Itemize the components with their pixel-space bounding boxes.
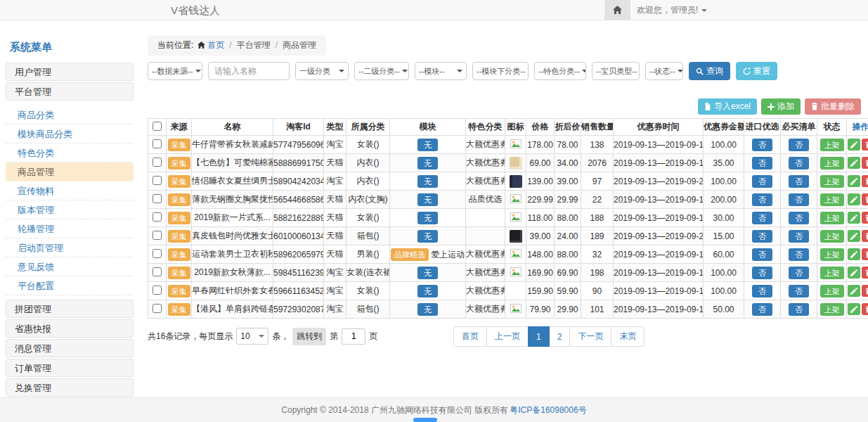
must-buy-toggle[interactable]: 否 <box>789 157 809 170</box>
sidebar-group-platform-management[interactable]: 平台管理 <box>6 82 134 101</box>
edit-button[interactable] <box>848 248 860 260</box>
must-buy-toggle[interactable]: 否 <box>789 139 809 151</box>
module-badge[interactable]: 无 <box>417 157 438 170</box>
sidebar-item-module-commodity-category[interactable]: 模块商品分类 <box>6 124 134 143</box>
status-badge[interactable]: 上架 <box>820 248 844 261</box>
module-badge[interactable]: 品牌精选 <box>391 248 429 261</box>
data-source-select[interactable]: --数据来源-- <box>148 62 202 80</box>
item-type-select[interactable]: --宝贝类型-- <box>592 62 640 80</box>
module-badge[interactable]: 无 <box>417 303 438 316</box>
edit-button[interactable] <box>848 230 860 242</box>
must-buy-toggle[interactable]: 否 <box>789 175 809 188</box>
module-select[interactable]: --模块-- <box>415 62 467 80</box>
home-nav-button[interactable] <box>604 0 630 20</box>
import-select-toggle[interactable]: 否 <box>752 285 772 298</box>
row-checkbox[interactable] <box>153 286 162 295</box>
first-page-button[interactable]: 首页 <box>453 326 487 347</box>
sidebar-item-featured-category[interactable]: 特色分类 <box>6 143 134 162</box>
user-menu[interactable]: 欢迎您，管理员! <box>637 0 707 20</box>
row-checkbox[interactable] <box>153 158 162 167</box>
delete-button[interactable] <box>862 285 868 297</box>
module-badge[interactable]: 无 <box>417 267 438 279</box>
row-checkbox[interactable] <box>153 139 162 148</box>
import-select-toggle[interactable]: 否 <box>752 303 772 316</box>
import-excel-button[interactable]: 导入excel <box>698 98 757 115</box>
must-buy-toggle[interactable]: 否 <box>789 248 809 261</box>
sidebar-item-feedback[interactable]: 意见反馈 <box>6 257 134 276</box>
jump-page-input[interactable] <box>342 328 365 345</box>
prev-page-button[interactable]: 上一页 <box>486 326 529 347</box>
module-badge[interactable]: 无 <box>417 285 438 298</box>
delete-button[interactable] <box>862 139 868 151</box>
must-buy-toggle[interactable]: 否 <box>789 267 809 279</box>
jump-button[interactable]: 跳转到 <box>292 328 326 345</box>
batch-delete-button[interactable]: 批量删除 <box>805 98 861 115</box>
name-search-input[interactable] <box>208 62 290 80</box>
must-buy-toggle[interactable]: 否 <box>789 230 809 243</box>
row-checkbox[interactable] <box>153 231 162 240</box>
module-badge[interactable]: 无 <box>417 175 438 188</box>
row-checkbox[interactable] <box>153 212 162 222</box>
edit-button[interactable] <box>848 285 860 297</box>
query-button[interactable]: 查询 <box>689 62 730 80</box>
page-1-button[interactable]: 1 <box>528 326 550 347</box>
featured-category-select[interactable]: --特色分类-- <box>534 62 586 80</box>
row-checkbox[interactable] <box>153 176 162 185</box>
page-size-select[interactable]: 10 <box>236 328 268 345</box>
edit-button[interactable] <box>848 139 860 151</box>
edit-button[interactable] <box>848 193 860 205</box>
edit-button[interactable] <box>848 212 860 224</box>
status-badge[interactable]: 上架 <box>820 267 844 279</box>
status-badge[interactable]: 上架 <box>820 139 844 151</box>
status-badge[interactable]: 上架 <box>820 157 844 170</box>
sidebar-item-carousel-management[interactable]: 轮播管理 <box>6 219 134 238</box>
edit-button[interactable] <box>848 303 860 315</box>
select-all-checkbox[interactable] <box>153 122 162 131</box>
sidebar-group-message-management[interactable]: 消息管理 <box>6 339 134 357</box>
row-checkbox[interactable] <box>153 249 162 258</box>
module-badge[interactable]: 无 <box>417 139 438 151</box>
page-2-button[interactable]: 2 <box>549 326 571 347</box>
module-badge[interactable]: 无 <box>417 193 438 206</box>
breadcrumb-home-link[interactable]: 首页 <box>207 40 224 50</box>
module-badge[interactable]: 无 <box>417 212 438 224</box>
status-badge[interactable]: 上架 <box>820 285 844 298</box>
must-buy-toggle[interactable]: 否 <box>789 285 809 298</box>
last-page-button[interactable]: 末页 <box>611 326 644 347</box>
status-badge[interactable]: 上架 <box>820 175 844 188</box>
import-select-toggle[interactable]: 否 <box>752 175 772 188</box>
row-checkbox[interactable] <box>153 304 162 313</box>
sidebar-item-platform-config[interactable]: 平台配置 <box>6 276 134 295</box>
edit-button[interactable] <box>848 157 860 169</box>
edit-button[interactable] <box>848 175 860 187</box>
row-checkbox[interactable] <box>153 194 162 203</box>
import-select-toggle[interactable]: 否 <box>752 139 772 151</box>
sidebar-item-version-management[interactable]: 版本管理 <box>6 200 134 219</box>
status-badge[interactable]: 上架 <box>820 230 844 243</box>
level1-category-select[interactable]: 一级分类 <box>295 62 349 80</box>
reset-button[interactable]: 重置 <box>736 62 777 80</box>
import-select-toggle[interactable]: 否 <box>752 248 772 261</box>
must-buy-toggle[interactable]: 否 <box>789 193 809 206</box>
status-badge[interactable]: 上架 <box>820 303 844 316</box>
horizontal-scrollbar-thumb[interactable] <box>413 418 437 422</box>
status-badge[interactable]: 上架 <box>820 212 844 224</box>
delete-button[interactable] <box>862 248 868 260</box>
import-select-toggle[interactable]: 否 <box>752 157 772 170</box>
delete-button[interactable] <box>862 157 868 169</box>
sidebar-item-commodity-management[interactable]: 商品管理 <box>6 162 134 181</box>
must-buy-toggle[interactable]: 否 <box>789 212 809 224</box>
sidebar-group-group-buying[interactable]: 拼团管理 <box>6 300 134 318</box>
import-select-toggle[interactable]: 否 <box>752 230 772 243</box>
status-badge[interactable]: 上架 <box>820 193 844 206</box>
module-badge[interactable]: 无 <box>417 230 438 243</box>
sidebar-group-saving-express[interactable]: 省惠快报 <box>6 319 134 338</box>
next-page-button[interactable]: 下一页 <box>569 326 611 347</box>
delete-button[interactable] <box>862 175 868 187</box>
sidebar-item-splash-page-management[interactable]: 启动页管理 <box>6 238 134 257</box>
delete-button[interactable] <box>862 230 868 242</box>
edit-button[interactable] <box>848 267 860 279</box>
sidebar-group-exchange-management[interactable]: 兑换管理 <box>6 378 134 397</box>
delete-button[interactable] <box>862 267 868 279</box>
delete-button[interactable] <box>862 303 868 315</box>
